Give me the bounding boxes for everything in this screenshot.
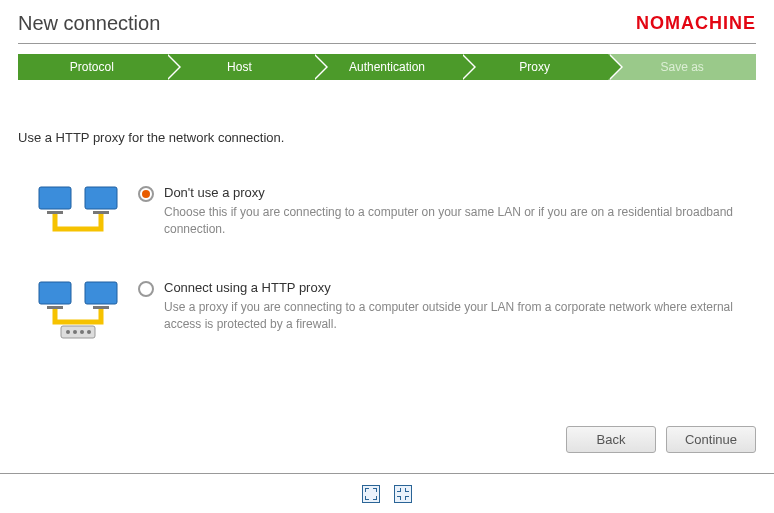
svg-rect-6 [47,306,63,309]
option-no-proxy[interactable]: Don't use a proxy Choose this if you are… [18,185,756,240]
radio-http-proxy[interactable] [138,281,154,297]
step-authentication[interactable]: Authentication [313,54,461,80]
lan-icon [18,185,138,240]
svg-point-9 [66,330,70,334]
option-no-proxy-title: Don't use a proxy [164,185,756,200]
footer [0,473,774,513]
option-http-proxy-desc: Use a proxy if you are connecting to a c… [164,299,756,333]
svg-point-11 [80,330,84,334]
svg-rect-0 [39,187,71,209]
step-host[interactable]: Host [166,54,314,80]
svg-rect-4 [39,282,71,304]
option-no-proxy-desc: Choose this if you are connecting to a c… [164,204,756,238]
svg-rect-1 [85,187,117,209]
proxy-icon [18,280,138,340]
fullscreen-icon[interactable] [362,485,380,503]
option-http-proxy-title: Connect using a HTTP proxy [164,280,756,295]
svg-point-10 [73,330,77,334]
wizard-steps: Protocol Host Authentication Proxy Save … [18,54,756,80]
header: New connection NOMACHINE [18,12,756,44]
continue-button[interactable]: Continue [666,426,756,453]
minimize-icon[interactable] [394,485,412,503]
svg-rect-2 [47,211,63,214]
svg-rect-7 [93,306,109,309]
svg-point-12 [87,330,91,334]
step-proxy[interactable]: Proxy [461,54,609,80]
svg-rect-3 [93,211,109,214]
step-save-as: Save as [608,54,756,80]
step-protocol[interactable]: Protocol [18,54,166,80]
button-bar: Back Continue [566,426,756,453]
back-button[interactable]: Back [566,426,656,453]
svg-rect-5 [85,282,117,304]
radio-no-proxy[interactable] [138,186,154,202]
option-http-proxy[interactable]: Connect using a HTTP proxy Use a proxy i… [18,280,756,340]
instruction-text: Use a HTTP proxy for the network connect… [18,130,756,145]
brand-logo: NOMACHINE [636,13,756,34]
page-title: New connection [18,12,160,35]
